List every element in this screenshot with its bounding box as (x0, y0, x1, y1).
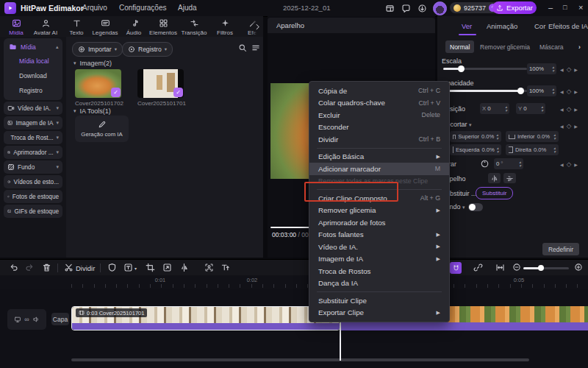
subtab-mascara[interactable]: Máscara (539, 40, 564, 53)
escala-slider[interactable] (443, 68, 527, 70)
sidebar-item-imagem-ia[interactable]: Imagem de IA▾ (4, 116, 62, 130)
tab-texto[interactable]: Texto (60, 18, 93, 36)
stepper-icon[interactable]: ▴▾ (553, 146, 556, 152)
timeline-clip-cover2025101701[interactable]: 0:03 Cover2025101701 (71, 306, 340, 330)
tab-midia[interactable]: Mídia (0, 18, 32, 36)
crop-inferior-box[interactable]: Inferior0.0% ▴▾ (506, 131, 559, 142)
crop-icon[interactable] (146, 263, 155, 272)
timeline-horizontal-scrollbar[interactable] (71, 358, 529, 361)
media-thumb-cover2025101702[interactable]: ✓ (75, 69, 121, 98)
timeline-zoom-knob[interactable] (538, 265, 544, 271)
tab-cor[interactable]: Cor (534, 22, 545, 30)
export-button[interactable]: Exportar (492, 1, 537, 14)
menu-ajuda[interactable]: Ajuda (178, 4, 197, 12)
split-icon[interactable] (64, 263, 74, 272)
escala-slider-knob[interactable] (458, 66, 465, 72)
maximize-button[interactable]: □ (563, 4, 567, 11)
menu-item-troca-de-rostos[interactable]: Troca de Rostos (309, 265, 449, 277)
download-icon[interactable] (416, 2, 428, 14)
stepper-icon[interactable]: ▴▾ (497, 146, 499, 152)
redo-icon[interactable] (25, 263, 35, 272)
tab-transicao[interactable]: Transição (178, 18, 210, 36)
sidebar-item-midia-local[interactable]: Mídia local (19, 57, 49, 65)
fit-timeline-icon[interactable] (495, 263, 505, 272)
sidebar-item-video-ia[interactable]: Vídeo de IA.▾ (4, 102, 62, 115)
ai-generation-card[interactable]: Geração com IA (75, 116, 129, 142)
menu-item-fotos-falantes[interactable]: Fotos falantes▶ (309, 229, 449, 241)
opacidade-slider[interactable] (443, 90, 527, 92)
sidebar-item-download[interactable]: Download (19, 72, 47, 79)
tab-legendas[interactable]: Legendas (89, 18, 121, 36)
menu-item-danca-da-ia[interactable]: Dança da IA (309, 277, 449, 290)
link-clips-icon[interactable] (473, 263, 483, 272)
feedback-icon[interactable] (400, 2, 412, 14)
menu-item-colar-quadros-chave[interactable]: Colar quadros-chaveCtrl + V (309, 97, 449, 110)
zoom-in-icon[interactable] (574, 263, 583, 272)
mirror-icon[interactable] (179, 263, 189, 272)
text-extract-icon[interactable] (220, 263, 230, 272)
sidebar-item-gifs-estoque[interactable]: GIFs de estoque (4, 205, 62, 218)
sidebar-item-fotos-estoque[interactable]: Fotos de estoque (4, 190, 62, 203)
posicao-x-box[interactable]: X0 ▴▾ (480, 103, 509, 114)
menu-item-substituir-clipe[interactable]: Substituir Clipe (309, 294, 449, 307)
minimize-button[interactable]: – (548, 3, 553, 12)
track-label-capa[interactable]: Capa (51, 313, 69, 325)
tab-efeitos-ia[interactable]: Efeitos de IA (548, 22, 588, 30)
track-visibility-icon[interactable] (14, 316, 21, 323)
fundo-toggle[interactable] (468, 203, 483, 211)
user-avatar[interactable] (433, 1, 447, 15)
resize-frame-icon[interactable] (162, 263, 172, 272)
crop-esquerda-box[interactable]: Esquerda0.0% ▴▾ (450, 144, 501, 155)
menu-item-exportar-clipe[interactable]: Exportar Clipe▶ (309, 307, 449, 319)
subtabs-more-icon[interactable]: › (578, 40, 581, 53)
snap-magnet-icon[interactable] (450, 262, 462, 274)
layout-icon[interactable] (384, 2, 395, 14)
sidebar-item-registro[interactable]: Registro (19, 87, 43, 94)
close-button[interactable]: × (578, 3, 583, 12)
posicao-keyframe-controls[interactable]: ◀◇▶ (560, 105, 578, 113)
menu-item-video-de-ia[interactable]: Vídeo de IA.▶ (309, 241, 449, 253)
flip-vertical-icon[interactable] (503, 173, 516, 183)
list-view-icon[interactable] (251, 43, 260, 52)
stepper-icon[interactable]: ▴▾ (541, 105, 543, 111)
menu-item-esconder[interactable]: Esconder (309, 121, 449, 134)
tab-ver[interactable]: Ver (462, 22, 472, 30)
menu-item-copia-de[interactable]: Cópia deCtrl + C (309, 85, 449, 97)
tab-elementos[interactable]: Elementos (147, 18, 179, 36)
tabs-scroll-right-icon[interactable] (251, 16, 263, 37)
sidebar-item-midia[interactable]: Mídia ▴ (9, 43, 36, 51)
tab-animacao[interactable]: Animação (487, 22, 517, 30)
collapse-icon[interactable]: ▴ (56, 44, 59, 50)
timeline-ruler[interactable]: 0:01 0:02 0:05 (0, 275, 588, 289)
stepper-icon[interactable]: ▴▾ (505, 105, 507, 111)
rotate-dial-icon[interactable] (480, 159, 490, 169)
stepper-icon[interactable]: ▴▾ (552, 66, 554, 71)
stepper-icon[interactable]: ▴▾ (496, 133, 498, 139)
section-ia-tools[interactable]: ▾ IA Tools(1) (74, 107, 111, 115)
opacidade-slider-knob[interactable] (517, 88, 524, 94)
stepper-icon[interactable]: ▴▾ (519, 160, 521, 166)
flip-horizontal-icon[interactable] (488, 173, 501, 183)
escala-keyframe-controls[interactable]: ◀◇▶ (560, 66, 578, 73)
menu-arquivo[interactable]: Arquivo (82, 4, 107, 12)
menu-item-imagem-de-ia[interactable]: Imagem de IA▶ (309, 253, 449, 266)
person-crop-icon[interactable] (204, 263, 214, 272)
tab-avatar-ai[interactable]: Avatar AI (29, 18, 62, 36)
loop-icon[interactable]: ∞ (24, 316, 29, 323)
girar-value-box[interactable]: 0° ▴▾ (494, 158, 523, 169)
section-imagens[interactable]: ▾ Imagem(2) (74, 60, 112, 67)
track-mute-icon[interactable] (32, 316, 40, 323)
crop-direita-box[interactable]: Direita0.0% ▴▾ (506, 144, 559, 155)
caret-down-icon[interactable]: ▾ (135, 266, 137, 271)
sidebar-item-aprimorador[interactable]: Aprimorador ...▾ (4, 146, 62, 159)
reset-button[interactable]: Redefinir (542, 243, 579, 255)
sidebar-item-videos-estoque[interactable]: Vídeos de esto... (4, 175, 62, 188)
subtab-remover-glicemia[interactable]: Remover glicemia (480, 40, 530, 53)
tab-audio[interactable]: Áudio (118, 18, 150, 36)
menu-item-adicionar-marcador[interactable]: Adicionar marcadorM (309, 163, 449, 175)
menu-configuracoes[interactable]: Configurações (119, 4, 166, 12)
menu-item-dividir[interactable]: DividirCtrl + B (309, 133, 449, 146)
import-button[interactable]: Importar ▾ (72, 42, 123, 57)
opacidade-value-box[interactable]: 100% ▴▾ (527, 85, 556, 96)
menu-item-remover-glicemia[interactable]: Remover glicemia▶ (309, 205, 449, 217)
